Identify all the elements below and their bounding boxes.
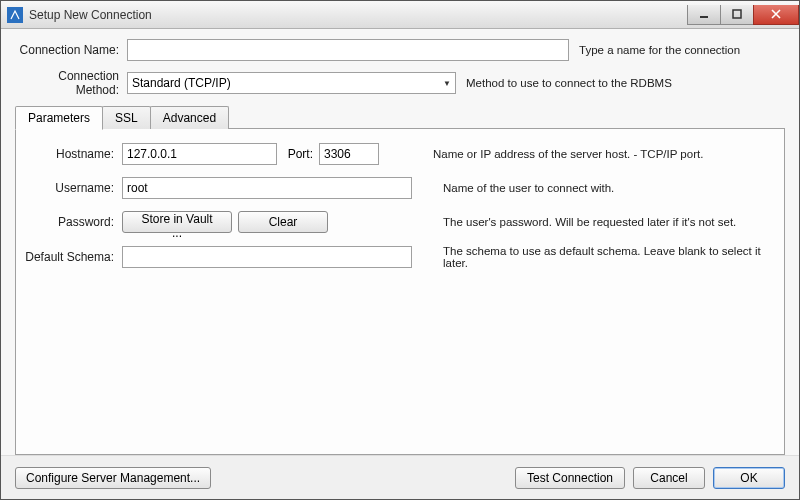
default-schema-label: Default Schema:: [24, 250, 122, 264]
connection-name-row: Connection Name: Type a name for the con…: [15, 39, 785, 61]
close-button[interactable]: [753, 5, 799, 25]
connection-method-label: Connection Method:: [15, 69, 127, 97]
connection-name-input[interactable]: [127, 39, 569, 61]
window-buttons: [687, 5, 799, 25]
connection-name-label: Connection Name:: [15, 43, 127, 57]
default-schema-row: Default Schema: The schema to use as def…: [24, 245, 776, 269]
hostname-label: Hostname:: [24, 147, 122, 161]
password-row: Password: Store in Vault ... Clear The u…: [24, 211, 776, 233]
content-area: Connection Name: Type a name for the con…: [1, 29, 799, 455]
dialog-window: Setup New Connection Connection Name: Ty…: [0, 0, 800, 500]
default-schema-hint: The schema to use as default schema. Lea…: [443, 245, 776, 269]
test-connection-button[interactable]: Test Connection: [515, 467, 625, 489]
svg-rect-1: [733, 10, 741, 18]
tab-ssl[interactable]: SSL: [102, 106, 151, 129]
port-label: Port:: [277, 147, 319, 161]
tab-advanced[interactable]: Advanced: [150, 106, 229, 129]
connection-method-value: Standard (TCP/IP): [132, 76, 231, 90]
ok-button[interactable]: OK: [713, 467, 785, 489]
connection-method-row: Connection Method: Standard (TCP/IP) ▼ M…: [15, 69, 785, 97]
cancel-button[interactable]: Cancel: [633, 467, 705, 489]
configure-server-management-button[interactable]: Configure Server Management...: [15, 467, 211, 489]
titlebar: Setup New Connection: [1, 1, 799, 29]
chevron-down-icon: ▼: [443, 79, 451, 88]
window-title: Setup New Connection: [29, 8, 152, 22]
hostname-hint: Name or IP address of the server host. -…: [433, 148, 776, 160]
tabs: Parameters SSL Advanced: [15, 106, 785, 129]
store-in-vault-button[interactable]: Store in Vault ...: [122, 211, 232, 233]
clear-password-button[interactable]: Clear: [238, 211, 328, 233]
tab-parameters[interactable]: Parameters: [15, 106, 103, 130]
password-label: Password:: [24, 215, 122, 229]
hostname-row: Hostname: Port: Name or IP address of th…: [24, 143, 776, 165]
username-label: Username:: [24, 181, 122, 195]
app-icon: [7, 7, 23, 23]
password-hint: The user's password. Will be requested l…: [443, 216, 776, 228]
maximize-button[interactable]: [720, 5, 754, 25]
username-row: Username: Name of the user to connect wi…: [24, 177, 776, 199]
svg-rect-0: [700, 16, 708, 18]
connection-method-dropdown[interactable]: Standard (TCP/IP) ▼: [127, 72, 456, 94]
footer: Configure Server Management... Test Conn…: [1, 455, 799, 499]
port-input[interactable]: [319, 143, 379, 165]
username-input[interactable]: [122, 177, 412, 199]
hostname-input[interactable]: [122, 143, 277, 165]
connection-name-hint: Type a name for the connection: [579, 44, 785, 56]
connection-method-hint: Method to use to connect to the RDBMS: [466, 77, 785, 89]
minimize-button[interactable]: [687, 5, 721, 25]
username-hint: Name of the user to connect with.: [443, 182, 776, 194]
tab-panel-parameters: Hostname: Port: Name or IP address of th…: [15, 128, 785, 455]
default-schema-input[interactable]: [122, 246, 412, 268]
